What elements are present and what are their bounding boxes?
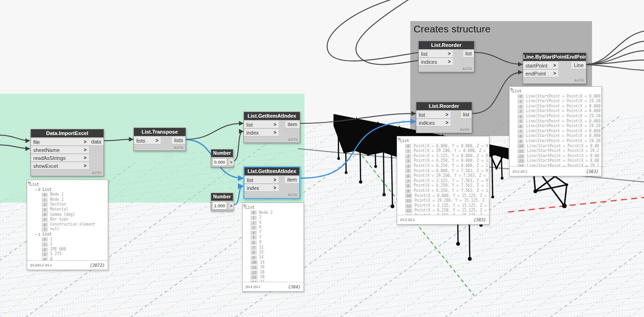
collapse-arrow-icon[interactable]: ▾ — [35, 188, 37, 193]
wire[interactable] — [475, 53, 522, 64]
output-port[interactable]: list — [463, 50, 474, 58]
output-port[interactable]: list — [461, 111, 472, 119]
wire[interactable] — [186, 123, 243, 139]
node-title[interactable]: List.Transpose — [134, 128, 185, 136]
list-item: ▾2Point(X = 3.125, Y = 0.000, Z = 9 — [397, 154, 489, 159]
lacing-levels[interactable]: @L3@L2 @L1 — [30, 264, 52, 267]
preview-panel-node2[interactable]: ▾List▾0Node 2▾12▾24▾36▾47▾57▾69▾711▾813▾… — [242, 203, 304, 292]
input-port[interactable]: list> — [416, 111, 451, 119]
list-count: {383} — [474, 218, 486, 222]
output-port[interactable]: Line — [571, 62, 586, 69]
input-port[interactable]: sheetName> — [31, 146, 89, 154]
list-count: {384} — [288, 285, 301, 289]
wire[interactable] — [587, 31, 644, 64]
list-item: ▾0Node 2 — [243, 211, 303, 216]
port-chevron-icon: > — [274, 121, 276, 128]
output-port[interactable]: > — [228, 158, 234, 166]
dynamo-workspace[interactable]: Creates structure — [0, 0, 644, 317]
output-port[interactable]: > — [228, 202, 234, 210]
list-item: ▾0List — [27, 188, 108, 193]
list-item: ▾12Point(X = 3.125, Y = 15.125, Z = — [397, 204, 489, 209]
list-item: ▾7Point(X = 3.125, Y = 7.563, Z = 9 — [397, 179, 489, 184]
input-port[interactable]: index> — [244, 129, 279, 136]
input-port[interactable]: index> — [244, 184, 279, 192]
wire[interactable] — [0, 135, 30, 141]
node-title[interactable]: Line.ByStartPointEndPoint — [523, 53, 586, 61]
port-chevron-icon: > — [84, 138, 87, 145]
wire[interactable] — [587, 60, 644, 64]
output-port[interactable]: item — [285, 121, 300, 128]
wire[interactable] — [587, 65, 644, 70]
output-port[interactable]: item — [285, 176, 299, 184]
list-item: ▾7Line(StartPoint = Point(X = 0.000 — [510, 129, 601, 134]
node-title[interactable]: List.GetItemAtIndex — [244, 112, 300, 120]
node-title[interactable]: List.Reorder — [419, 41, 474, 49]
node-getitematindex-top[interactable]: List.GetItemAtIndex list>index> item AUT… — [244, 112, 300, 143]
wire-selected[interactable] — [234, 186, 243, 205]
preview-panel-excel[interactable]: ▾List▾0List▾0Node 1▾1Node 2▾2Section▾3Ma… — [27, 180, 108, 270]
wire[interactable] — [0, 145, 30, 149]
port-chevron-icon: > — [553, 62, 556, 69]
node-getitematindex-bottom[interactable]: List.GetItemAtIndex list>index> item AUT… — [244, 166, 300, 199]
input-port[interactable]: showExcel> — [31, 162, 89, 170]
number-input[interactable]: 1.000 — [212, 202, 227, 210]
input-port[interactable]: readAsStrings> — [31, 154, 89, 162]
node-number-0[interactable]: Number 0.000 > — [211, 149, 233, 167]
list-item: ▾36 — [243, 225, 303, 230]
list-item: ▾40 — [27, 257, 108, 260]
input-port[interactable]: indices> — [419, 58, 453, 66]
lacing-label[interactable]: AUTO — [462, 67, 472, 70]
input-port[interactable]: startPoint> — [523, 62, 558, 69]
wire[interactable] — [327, 0, 418, 61]
preview-panel-points[interactable]: ▾List▾0Point(X = 0.000, Y = 0.000, Z = 9… — [397, 136, 489, 225]
list-item: ▾0Point(X = 0.000, Y = 0.000, Z = 9 — [397, 144, 489, 149]
list-item: ▾2IPE 600 — [27, 247, 108, 252]
input-port[interactable]: file> — [31, 138, 89, 146]
lacing-label[interactable]: AUTO — [574, 79, 584, 82]
wire[interactable] — [234, 131, 243, 161]
port-chevron-icon: > — [274, 129, 276, 136]
list-item: ▾3Line(StartPoint = Point(X = 0.000 — [510, 109, 601, 114]
preview-panel-lines[interactable]: ▾List▾0Line(StartPoint = Point(X = 0.000… — [509, 86, 602, 176]
list-item: ▾1320 — [243, 275, 303, 280]
node-line-bystartpointendpoint[interactable]: Line.ByStartPointEndPoint startPoint>end… — [523, 53, 586, 84]
list-item: ▾6Point(X = 29.200, Y = 7.563, Z = — [397, 174, 489, 179]
node-title[interactable]: List.GetItemAtIndex — [244, 167, 299, 175]
collapse-arrow-icon[interactable]: ▾ — [35, 232, 37, 237]
node-title[interactable]: Number — [211, 150, 233, 157]
output-port[interactable]: data — [89, 138, 104, 146]
node-list-transpose[interactable]: List.Transpose lists> lists AUTO — [133, 128, 186, 151]
input-port[interactable]: list> — [244, 176, 279, 184]
list-item: ▾1Node 2 — [27, 197, 108, 203]
list-item: ▾4Line(StartPoint = Point(X = 29.20 — [510, 114, 601, 119]
input-port[interactable]: lists> — [134, 137, 161, 144]
lacing-levels[interactable]: @L2 @L1 — [400, 218, 415, 221]
node-data-importexcel[interactable]: Data.ImportExcel file>sheetName>readAsSt… — [30, 129, 104, 176]
lacing-label[interactable]: AUTO — [174, 146, 184, 149]
node-list-reorder-bottom[interactable]: List.Reorder list>indices> list AUTO — [416, 102, 472, 133]
lacing-label[interactable]: AUTO — [460, 128, 470, 131]
list-item: ▾5Line(StartPoint = Point(X = 0.000 — [510, 119, 601, 124]
input-port[interactable]: list> — [244, 121, 279, 128]
node-title[interactable]: List.Reorder — [416, 102, 472, 110]
list-item: ▾0Line(StartPoint = Point(X = 0.000 — [510, 94, 601, 99]
list-item: ▾1Line(StartPoint = Point(X = 29.20 — [510, 99, 601, 104]
input-port[interactable]: indices> — [416, 119, 451, 127]
list-item: ▾List — [243, 205, 303, 211]
number-input[interactable]: 0.000 — [212, 158, 227, 166]
lacing-label[interactable]: AUTO — [288, 138, 298, 141]
lacing-label[interactable]: AUTO — [288, 193, 297, 196]
node-number-1[interactable]: Number 1.000 > — [211, 193, 233, 211]
list-item: ▾914 — [243, 255, 303, 260]
list-count: {383} — [586, 169, 599, 174]
wire[interactable] — [104, 139, 133, 141]
node-title[interactable]: Data.ImportExcel — [31, 129, 104, 137]
lacing-levels[interactable]: @L2 @L1 — [245, 285, 260, 288]
input-port[interactable]: list> — [419, 50, 453, 58]
node-list-reorder-top[interactable]: List.Reorder list>indices> list AUTO — [418, 41, 474, 72]
node-title[interactable]: Number — [211, 193, 233, 201]
output-port[interactable]: lists — [172, 137, 185, 144]
lacing-label[interactable]: AUTO — [92, 171, 102, 174]
input-port[interactable]: endPoint> — [523, 70, 558, 77]
lacing-levels[interactable]: @L2 @L1 — [512, 170, 527, 173]
